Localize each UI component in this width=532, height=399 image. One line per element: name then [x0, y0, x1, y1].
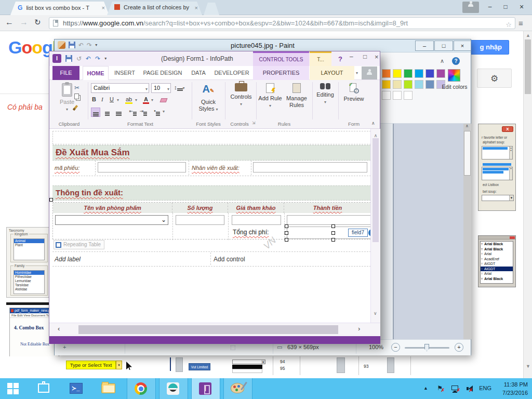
- color-swatch[interactable]: [382, 80, 391, 89]
- color-swatch-empty[interactable]: [404, 91, 413, 100]
- color-swatch[interactable]: [393, 69, 402, 78]
- color-swatch[interactable]: [382, 69, 391, 78]
- underline-dropdown-icon[interactable]: ▾: [117, 98, 119, 102]
- bullets-dropdown-icon[interactable]: ▾: [163, 109, 165, 114]
- taskbar-item-chrome[interactable]: [127, 378, 156, 399]
- network-icon[interactable]: ✗: [451, 385, 458, 390]
- infopath-maximize-button[interactable]: □: [363, 53, 367, 60]
- color-swatch-empty[interactable]: [382, 91, 391, 100]
- field7-tag[interactable]: field7: [348, 229, 368, 237]
- input-ma-phieu[interactable]: [98, 162, 186, 172]
- tab-close-icon[interactable]: ×: [102, 5, 105, 11]
- add-label-placeholder[interactable]: Add label: [55, 256, 81, 263]
- table-tools-contextual-tab[interactable]: T...: [310, 51, 331, 66]
- did-you-mean-text[interactable]: Có phải ba: [7, 103, 43, 111]
- align-right-button[interactable]: [114, 108, 123, 117]
- align-left-button[interactable]: [91, 108, 100, 117]
- tab-insert[interactable]: INSERT: [111, 66, 139, 80]
- paint-minimize-button[interactable]: –: [415, 41, 434, 51]
- infopath-title-bar[interactable]: I ↺ ↶ ↷ ▾ (Design) Form1 - InfoPath CONT…: [49, 51, 380, 66]
- clear-formatting-icon[interactable]: [161, 97, 167, 103]
- paint-help-icon[interactable]: ?: [452, 57, 460, 65]
- bullets-button[interactable]: •: [152, 108, 162, 117]
- highlight-dropdown-icon[interactable]: ▾: [135, 98, 137, 102]
- form-horizontal-scrollbar[interactable]: ‹ ›: [49, 323, 380, 336]
- forward-icon[interactable]: →: [20, 18, 28, 27]
- color-swatch[interactable]: [415, 80, 423, 89]
- empty-section[interactable]: [52, 131, 370, 144]
- form-title[interactable]: Đề Xuất Mua Sắm: [56, 148, 130, 157]
- color-swatch[interactable]: [436, 69, 445, 78]
- chrome-menu-icon[interactable]: ≡: [518, 19, 523, 28]
- scroll-up-icon[interactable]: ∧: [466, 124, 469, 128]
- section-title[interactable]: Thông tin đề xuất:: [56, 188, 123, 197]
- highlight-color-button[interactable]: ab: [125, 96, 132, 104]
- color-swatch-empty[interactable]: [393, 91, 402, 100]
- label-ma-phieu[interactable]: mã phiếu:: [55, 165, 79, 171]
- controls-button[interactable]: Controls▾: [227, 82, 255, 119]
- infopath-minimize-button[interactable]: –: [350, 53, 353, 60]
- amount-input[interactable]: [287, 215, 370, 225]
- font-color-button[interactable]: A: [143, 96, 149, 104]
- tab-file[interactable]: FILE: [52, 66, 79, 80]
- color-swatch[interactable]: [404, 80, 413, 89]
- search-settings-button[interactable]: ⚙: [477, 69, 512, 88]
- upload-icon[interactable]: ↺: [76, 55, 82, 62]
- color-swatch[interactable]: [393, 80, 402, 89]
- input-nhan-vien[interactable]: [253, 162, 367, 172]
- indent-button[interactable]: ⇥: [139, 108, 148, 117]
- paint-vertical-scrollbar[interactable]: ∧: [463, 124, 471, 339]
- paint-canvas[interactable]: [393, 124, 463, 339]
- tray-expand-icon[interactable]: ▲: [423, 385, 428, 391]
- result-thumbnail-font-combo[interactable]: Arial Black Arial Black Arial AcadEref A…: [478, 235, 516, 287]
- selection-handle[interactable]: [285, 224, 288, 228]
- selection-handle[interactable]: [331, 238, 335, 242]
- scroll-up-icon[interactable]: ▲: [526, 33, 530, 38]
- action-center-flag-icon[interactable]: ⚑✗: [437, 384, 443, 392]
- tab-data[interactable]: DATA: [187, 66, 210, 80]
- tab-close-icon[interactable]: ×: [195, 5, 198, 11]
- selection-handle[interactable]: [285, 238, 288, 242]
- format-painter-icon[interactable]: [74, 105, 76, 112]
- copy-icon[interactable]: [74, 94, 79, 100]
- save-icon[interactable]: [65, 55, 72, 62]
- tab-home[interactable]: HOME: [83, 66, 109, 80]
- align-center-button[interactable]: [102, 108, 112, 117]
- bold-button[interactable]: B: [92, 96, 96, 102]
- selection-handle[interactable]: [331, 224, 335, 228]
- paint-maximize-button[interactable]: □: [434, 41, 453, 51]
- preview-button[interactable]: ✓ Preview: [340, 82, 367, 119]
- taskbar-item-paint[interactable]: [223, 378, 252, 399]
- add-control-placeholder[interactable]: Add control: [214, 256, 245, 263]
- paint-close-button[interactable]: ×: [454, 41, 471, 51]
- scrollbar-thumb[interactable]: [373, 138, 379, 242]
- taskbar-clock[interactable]: 11:38 PM 7/23/2016: [502, 380, 528, 397]
- font-size-combobox[interactable]: 10▾: [151, 83, 171, 93]
- form-vertical-scrollbar[interactable]: ∧ ∨: [370, 129, 380, 323]
- scroll-down-icon[interactable]: ▼: [526, 364, 530, 369]
- form-title-band[interactable]: Đề Xuất Mua Sắm: [52, 145, 370, 161]
- font-name-combobox[interactable]: Calibri▾: [91, 83, 149, 93]
- ribbon-collapse-icon[interactable]: ∧: [440, 58, 444, 64]
- edit-colors-icon[interactable]: [448, 69, 460, 82]
- scroll-up-icon[interactable]: ∧: [374, 133, 378, 138]
- selection-handle[interactable]: [331, 231, 335, 235]
- price-input[interactable]: [232, 215, 281, 225]
- qat-dropdown-icon[interactable]: ▾: [104, 56, 107, 61]
- section-title-band[interactable]: Thông tin đề xuất:: [52, 185, 370, 201]
- zoom-in-button[interactable]: +: [455, 343, 463, 352]
- add-rule-button[interactable]: Add Rule ▾: [258, 82, 282, 119]
- form-design-surface[interactable]: VN Đề Xuất Mua Sắm mã phiếu: Nhân viên đ…: [49, 129, 370, 323]
- browser-maximize-button[interactable]: □: [498, 0, 513, 14]
- cut-icon[interactable]: ✂: [74, 84, 79, 91]
- volume-icon[interactable]: ✗: [469, 385, 473, 392]
- help-icon[interactable]: ?: [338, 55, 342, 63]
- start-button[interactable]: [0, 378, 29, 399]
- scrollbar-thumb[interactable]: [464, 131, 471, 176]
- color-swatch[interactable]: [425, 69, 434, 78]
- browser-scrollbar[interactable]: ▲ ▼: [523, 31, 532, 378]
- color-swatch[interactable]: [404, 69, 413, 78]
- controls-dialog-launcher-icon[interactable]: ⇲: [252, 121, 256, 125]
- color-swatch[interactable]: [425, 80, 434, 89]
- taskbar-item-explorer[interactable]: [95, 378, 124, 399]
